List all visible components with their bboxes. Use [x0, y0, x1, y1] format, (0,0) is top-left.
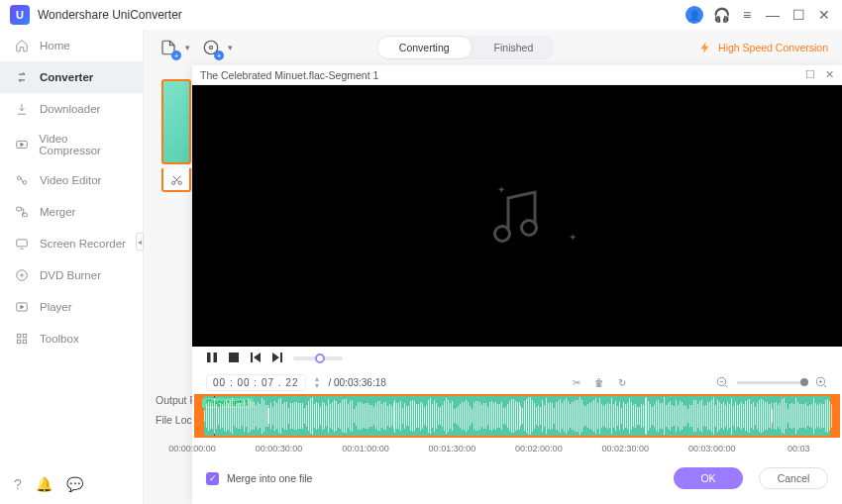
svg-point-17 [495, 227, 510, 242]
ruler-mark: 00:02:30:00 [602, 444, 650, 454]
sidebar-item-downloader[interactable]: Downloader [0, 93, 143, 125]
next-button[interactable] [271, 350, 283, 367]
modal-maximize-button[interactable]: ☐ [805, 68, 815, 81]
compressor-icon [14, 137, 29, 152]
notification-icon[interactable]: 🔔 [36, 476, 53, 492]
sidebar-item-label: Player [40, 301, 72, 313]
svg-rect-23 [280, 353, 282, 362]
cut-icon[interactable]: ✂ [573, 377, 580, 388]
feedback-icon[interactable]: 💬 [66, 476, 83, 492]
converter-icon [14, 69, 30, 85]
sidebar-item-label: Toolbox [40, 333, 79, 345]
title-bar: U Wondershare UniConverter 👤 🎧 ≡ — ☐ ✕ [0, 0, 842, 30]
minimize-button[interactable]: — [765, 7, 781, 23]
waveform-track[interactable]: Segment 1 [194, 394, 840, 438]
toolbar: +▾ +▾ Converting Finished High Speed Con… [144, 30, 842, 65]
menu-icon[interactable]: ≡ [739, 7, 755, 23]
clip-thumbnail[interactable] [161, 79, 191, 164]
player-icon [14, 299, 30, 315]
ruler-mark: 00:01:00:00 [342, 444, 389, 454]
zoom-out-icon[interactable] [715, 375, 729, 389]
toolbox-icon [14, 331, 30, 347]
tab-finished[interactable]: Finished [473, 36, 556, 59]
prev-button[interactable] [250, 350, 262, 367]
add-disc-button[interactable]: + [200, 37, 222, 58]
close-button[interactable]: ✕ [816, 7, 832, 23]
time-stepper[interactable]: ▲▼ [314, 375, 321, 389]
trim-modal: The Celebrated Minuet.flac-Segment 1 ☐✕ … [192, 65, 842, 504]
ruler-mark: 00:00:00:00 [168, 444, 216, 454]
tab-converting[interactable]: Converting [376, 36, 473, 59]
sidebar-item-label: Home [40, 40, 70, 51]
refresh-icon[interactable]: ↻ [618, 377, 626, 388]
zoom-in-icon[interactable] [814, 375, 828, 389]
help-icon[interactable]: ? [14, 476, 22, 492]
time-bar: 00 : 00 : 07 . 22 ▲▼ / 00:03:36:18 ✂ 🗑 ↻ [192, 370, 842, 394]
sidebar-item-compressor[interactable]: Video Compressor [0, 125, 143, 164]
cancel-button[interactable]: Cancel [759, 467, 828, 489]
merge-checkbox[interactable]: ✓ [206, 472, 219, 485]
maximize-button[interactable]: ☐ [790, 7, 806, 23]
delete-icon[interactable]: 🗑 [594, 377, 604, 388]
dvd-icon [14, 267, 30, 283]
status-tabs: Converting Finished [376, 36, 555, 59]
svg-rect-19 [207, 353, 211, 362]
svg-rect-12 [23, 340, 27, 344]
svg-rect-3 [17, 207, 22, 211]
music-note-icon [481, 180, 553, 252]
add-file-button[interactable]: + [158, 37, 179, 58]
ok-button[interactable]: OK [674, 467, 743, 489]
sidebar-item-player[interactable]: Player [0, 291, 143, 323]
editor-icon [14, 172, 30, 188]
sidebar-item-converter[interactable]: Converter [0, 61, 143, 93]
sidebar-item-home[interactable]: Home [0, 30, 143, 61]
recorder-icon [14, 236, 30, 252]
account-icon[interactable]: 👤 [685, 6, 703, 24]
sidebar-item-label: Screen Recorder [40, 238, 126, 250]
svg-point-18 [522, 221, 537, 236]
sidebar: Home Converter Downloader Video Compress… [0, 30, 144, 504]
sidebar-item-label: Video Editor [40, 174, 101, 186]
pause-button[interactable] [206, 350, 218, 367]
zoom-slider[interactable] [737, 381, 806, 384]
stop-button[interactable] [228, 350, 240, 367]
sidebar-item-label: DVD Burner [40, 269, 101, 281]
svg-point-6 [17, 270, 28, 281]
high-speed-toggle[interactable]: High Speed Conversion [698, 41, 828, 54]
sidebar-item-label: Converter [40, 71, 93, 83]
sidebar-item-toolbox[interactable]: Toolbox [0, 323, 143, 354]
svg-rect-5 [17, 240, 28, 247]
ruler-mark: 00:00:30:00 [256, 444, 303, 454]
sidebar-item-editor[interactable]: Video Editor [0, 164, 143, 196]
sidebar-item-label: Merger [40, 206, 75, 218]
svg-rect-22 [251, 353, 253, 362]
download-icon [14, 101, 30, 117]
svg-point-15 [171, 181, 174, 184]
modal-close-button[interactable]: ✕ [825, 68, 834, 81]
svg-rect-21 [229, 353, 239, 362]
sidebar-collapse-button[interactable]: ◂ [136, 233, 144, 251]
add-disc-caret[interactable]: ▾ [228, 43, 233, 52]
ruler-mark: 00:03 [788, 444, 810, 454]
svg-rect-20 [214, 353, 218, 362]
add-file-caret[interactable]: ▾ [185, 43, 190, 52]
merger-icon [14, 204, 30, 220]
svg-rect-9 [17, 334, 21, 338]
volume-slider[interactable] [293, 356, 343, 360]
trim-button[interactable] [161, 168, 191, 192]
sidebar-item-merger[interactable]: Merger [0, 196, 143, 228]
app-logo-icon: U [10, 5, 30, 25]
time-ruler: 00:00:00:0000:00:30:0000:01:00:0000:01:3… [192, 444, 842, 463]
support-icon[interactable]: 🎧 [713, 7, 729, 23]
sidebar-item-recorder[interactable]: Screen Recorder [0, 228, 143, 259]
current-time-input[interactable]: 00 : 00 : 07 . 22 [206, 374, 306, 391]
ruler-mark: 00:02:00:00 [515, 444, 563, 454]
modal-footer: ✓ Merge into one file OK Cancel [192, 463, 842, 493]
svg-rect-10 [23, 334, 27, 338]
ruler-mark: 00:01:30:00 [429, 444, 476, 454]
svg-rect-11 [17, 340, 21, 344]
svg-point-2 [23, 181, 27, 185]
sidebar-item-dvd[interactable]: DVD Burner [0, 259, 143, 291]
preview-area: ✦✦ [192, 85, 842, 347]
sidebar-item-label: Video Compressor [39, 133, 129, 156]
